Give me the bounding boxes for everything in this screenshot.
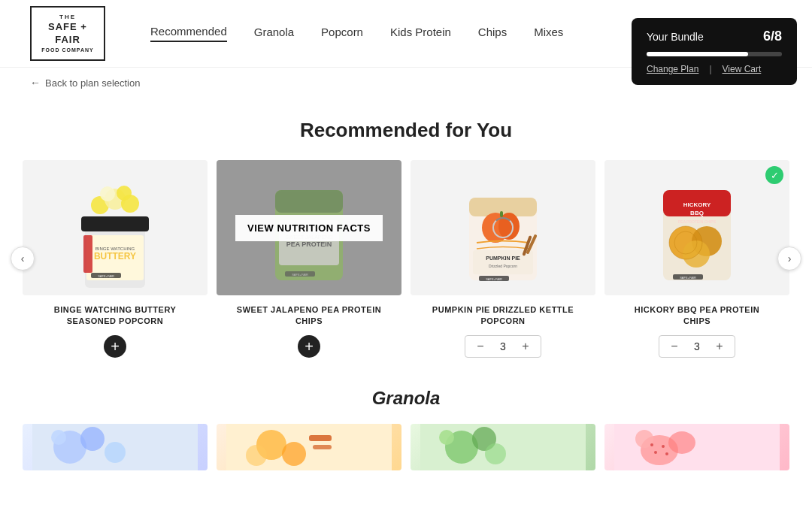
svg-rect-61 xyxy=(614,424,780,470)
svg-text:PEA PROTEIN CHIPS: PEA PROTEIN CHIPS xyxy=(678,219,717,224)
product-image-hickory: ✓ HICKORY xyxy=(604,160,789,295)
svg-point-68 xyxy=(650,443,653,446)
product-name-pumpkin: PUMPKIN PIE DRIZZLED KETTLEPOPCORN xyxy=(432,304,574,328)
logo-line1: THE xyxy=(41,14,95,21)
header: THE SAFE + FAIR FOOD COMPANY Recommended… xyxy=(0,0,812,68)
product-svg-hickory: HICKORY BBQ PEA PROTEIN CHIPS SAFE+FAIR xyxy=(604,160,789,295)
svg-text:SAFE+FAIR: SAFE+FAIR xyxy=(98,274,114,278)
svg-rect-10 xyxy=(83,235,92,273)
product-image-jalapeno: PEA PROTEIN SWEET JALAPENO SAFE+FAIR VIE… xyxy=(217,160,401,295)
product-name-hickory: HICKORY BBQ PEA PROTEINCHIPS xyxy=(635,304,759,328)
logo-line3: FOOD COMPANY xyxy=(41,47,95,53)
svg-point-53 xyxy=(246,445,267,466)
granola-svg-1 xyxy=(23,424,208,470)
granola-section-title: Granola xyxy=(23,388,789,409)
svg-rect-14 xyxy=(275,190,343,213)
svg-rect-55 xyxy=(313,445,332,449)
view-nutrition-button[interactable]: VIEW NUTRITION FACTS xyxy=(235,215,383,241)
granola-card-4 xyxy=(604,424,789,470)
svg-point-8 xyxy=(100,186,115,201)
nav-popcorn[interactable]: Popcorn xyxy=(321,26,363,41)
svg-text:SAFE+FAIR: SAFE+FAIR xyxy=(292,273,308,277)
svg-point-60 xyxy=(439,430,454,445)
qty-control-hickory: − 3 + xyxy=(659,335,735,358)
recommended-products-row: ‹ BUTTERY BINGE WATCHING xyxy=(23,160,789,358)
loading-spinner xyxy=(492,217,514,238)
product-image-binge-watching: BUTTERY BINGE WATCHING SAFE+FAIR xyxy=(23,160,208,295)
svg-text:SAFE+FAIR: SAFE+FAIR xyxy=(680,276,696,280)
svg-rect-54 xyxy=(309,435,332,441)
qty-increase-pumpkin[interactable]: + xyxy=(518,339,533,354)
qty-value-hickory: 3 xyxy=(689,340,704,352)
granola-card-3 xyxy=(411,424,595,470)
view-cart-link[interactable]: View Cart xyxy=(723,64,762,74)
svg-point-49 xyxy=(51,430,66,445)
bundle-widget: Your Bundle 6/8 Change Plan | View Cart xyxy=(632,18,797,85)
nav-kids-protein[interactable]: Kids Protein xyxy=(390,26,451,41)
svg-text:SAFE+FAIR: SAFE+FAIR xyxy=(486,277,502,281)
svg-point-9 xyxy=(117,186,132,201)
granola-card-2 xyxy=(217,424,401,470)
nav-mixes[interactable]: Mixes xyxy=(534,26,563,41)
add-button-binge[interactable]: + xyxy=(104,335,126,358)
bundle-count: 6/8 xyxy=(763,29,782,44)
change-plan-link[interactable]: Change Plan xyxy=(647,64,698,74)
granola-svg-2 xyxy=(217,424,401,470)
svg-text:PUMPKIN PIE: PUMPKIN PIE xyxy=(486,256,520,261)
logo-line2: SAFE + FAIR xyxy=(41,21,95,47)
back-arrow-icon: ← xyxy=(30,77,41,89)
nav-chips[interactable]: Chips xyxy=(478,26,507,41)
recommended-products-grid: BUTTERY BINGE WATCHING SAFE+FAIR xyxy=(23,160,789,358)
svg-text:HICKORY: HICKORY xyxy=(683,201,711,208)
product-name-binge: BINGE WATCHING BUTTERYSEASONED POPCORN xyxy=(54,304,177,328)
granola-svg-3 xyxy=(411,424,595,470)
back-link-label: Back to plan selection xyxy=(45,77,140,89)
main-nav: Recommended Granola Popcorn Kids Protein… xyxy=(150,25,563,42)
qty-decrease-pumpkin[interactable]: − xyxy=(473,339,488,354)
svg-point-47 xyxy=(80,427,105,451)
svg-rect-24 xyxy=(500,211,503,217)
granola-svg-4 xyxy=(604,424,789,470)
add-button-jalapeno[interactable]: + xyxy=(298,335,320,358)
svg-text:BBQ: BBQ xyxy=(690,210,704,216)
product-card-jalapeno: PEA PROTEIN SWEET JALAPENO SAFE+FAIR VIE… xyxy=(217,160,401,358)
svg-text:BINGE WATCHING: BINGE WATCHING xyxy=(95,246,135,251)
svg-point-66 xyxy=(662,445,665,448)
qty-control-pumpkin: − 3 + xyxy=(465,335,541,358)
svg-point-63 xyxy=(668,431,695,454)
nav-granola[interactable]: Granola xyxy=(254,26,294,41)
qty-increase-hickory[interactable]: + xyxy=(712,339,727,354)
granola-products-grid xyxy=(23,424,789,470)
bundle-progress-bar xyxy=(647,52,782,56)
product-card-pumpkin: PUMPKIN PIE Drizzled Popcorn SAFE+FAIR P… xyxy=(411,160,595,358)
svg-point-67 xyxy=(665,452,668,455)
svg-text:PEA PROTEIN: PEA PROTEIN xyxy=(286,240,332,248)
svg-point-65 xyxy=(654,451,657,454)
qty-decrease-hickory[interactable]: − xyxy=(667,339,682,354)
bundle-title: Your Bundle xyxy=(647,31,704,43)
bundle-links: Change Plan | View Cart xyxy=(647,64,782,74)
svg-text:BUTTERY: BUTTERY xyxy=(94,251,136,262)
svg-point-48 xyxy=(105,442,126,463)
prev-arrow-button[interactable]: ‹ xyxy=(11,246,35,271)
checkmark-badge: ✓ xyxy=(765,166,783,184)
main-content: Recommended for You ‹ BUTTERY BINGE WATC… xyxy=(0,119,812,500)
svg-text:Drizzled Popcorn: Drizzled Popcorn xyxy=(489,264,517,268)
granola-card-1 xyxy=(23,424,208,470)
svg-point-59 xyxy=(485,443,506,464)
product-image-pumpkin: PUMPKIN PIE Drizzled Popcorn SAFE+FAIR xyxy=(411,160,595,295)
recommended-section-title: Recommended for You xyxy=(23,119,789,142)
svg-rect-1 xyxy=(81,216,149,231)
logo[interactable]: THE SAFE + FAIR FOOD COMPANY xyxy=(30,6,105,61)
product-svg-binge: BUTTERY BINGE WATCHING SAFE+FAIR xyxy=(23,160,208,295)
svg-point-52 xyxy=(282,442,306,466)
next-arrow-button[interactable]: › xyxy=(777,246,801,271)
qty-value-pumpkin: 3 xyxy=(495,340,511,352)
product-card-binge-watching: BUTTERY BINGE WATCHING SAFE+FAIR xyxy=(23,160,208,358)
bundle-progress-fill xyxy=(647,52,748,56)
product-name-jalapeno: SWEET JALAPENO PEA PROTEINCHIPS xyxy=(237,304,381,328)
product-card-hickory: ✓ HICKORY xyxy=(604,160,789,358)
nav-recommended[interactable]: Recommended xyxy=(150,25,227,42)
